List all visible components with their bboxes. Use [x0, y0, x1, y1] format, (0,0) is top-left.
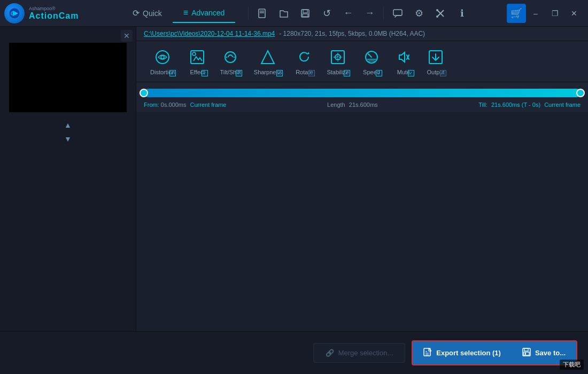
till-label: Till: [478, 102, 488, 108]
effect-item-effect[interactable]: Effect [181, 45, 213, 77]
effect-checkbox[interactable] [202, 70, 208, 76]
logo-area: Ashampoo® ActionCam [4, 3, 122, 24]
effect-item-sharpness[interactable]: Sharpness [247, 45, 289, 77]
tab-advanced-label: Advanced [191, 9, 225, 17]
timeline-handle-right[interactable] [576, 89, 585, 97]
close-button[interactable]: ✕ [564, 4, 584, 23]
save-toolbar-button[interactable] [296, 4, 315, 23]
file-path[interactable]: C:\Users\pc\Videos\2020-12-04 11-14-36.m… [144, 30, 275, 37]
effect-icon [188, 48, 207, 67]
effect-item-tiltshift[interactable]: Tilt/Shift [213, 45, 247, 77]
panel-nav-down[interactable]: ▼ [61, 133, 74, 145]
open-button[interactable] [274, 4, 293, 23]
timeline-handle-left[interactable] [140, 89, 148, 97]
minimize-button[interactable]: – [526, 4, 545, 23]
comment-button[interactable] [388, 4, 407, 23]
panel-nav-up[interactable]: ▲ [61, 119, 74, 131]
mute-icon [394, 48, 413, 67]
tab-advanced[interactable]: ≡ Advanced [173, 4, 236, 23]
export-button[interactable]: Export selection (1) [413, 341, 512, 364]
rotate-icon [295, 48, 314, 67]
svg-rect-8 [303, 14, 308, 17]
export-icon [423, 348, 432, 358]
svg-rect-3 [259, 9, 265, 18]
distortion-checkbox[interactable] [169, 70, 176, 76]
export-label: Export selection (1) [436, 349, 501, 357]
output-checkbox[interactable] [440, 70, 446, 76]
svg-marker-17 [261, 51, 274, 64]
svg-rect-5 [260, 12, 264, 13]
toolbar-icons: ↺ ← → ⚙ ℹ [246, 4, 471, 23]
mute-checkbox[interactable] [408, 70, 414, 76]
sep2 [383, 7, 384, 20]
timeline-track[interactable] [144, 89, 581, 97]
svg-point-11 [436, 15, 438, 18]
len-label: Length [327, 102, 345, 108]
info-button[interactable]: ℹ [452, 4, 471, 23]
till-action[interactable]: Current frame [544, 102, 581, 108]
timeline-area: From: 0s.000ms Current frame Length 21s.… [136, 82, 588, 112]
effect-item-mute[interactable]: Mute [388, 45, 420, 77]
effect-item-distortion[interactable]: Distortion [144, 45, 181, 77]
effect-item-speed[interactable]: Speed [355, 45, 388, 77]
svg-point-15 [192, 52, 196, 56]
sharpness-checkbox[interactable] [276, 70, 283, 76]
window-controls: 🛒 – ❐ ✕ [507, 4, 584, 23]
quick-icon: ⟳ [133, 8, 140, 18]
svg-point-13 [161, 56, 164, 59]
file-info-bar: C:\Users\pc\Videos\2020-12-04 11-14-36.m… [136, 27, 588, 41]
watermark: 下载吧 [560, 360, 584, 370]
stabilize-checkbox[interactable] [344, 70, 350, 76]
timeline-length: Length 21s.600ms [327, 102, 378, 108]
save-label: Save to... [535, 349, 566, 357]
svg-point-10 [436, 9, 438, 11]
brand-name: Ashampoo® [29, 6, 79, 11]
merge-button[interactable]: 🔗 Merge selection... [313, 343, 406, 363]
timeline-till: Till: 21s.600ms (T - 0s) Current frame [478, 102, 581, 108]
advanced-icon: ≡ [183, 8, 188, 18]
effect-item-rotate[interactable]: Rotate [288, 45, 320, 77]
timeline-labels: From: 0s.000ms Current frame Length 21s.… [144, 102, 581, 108]
restore-button[interactable]: ❐ [545, 4, 564, 23]
svg-rect-7 [303, 10, 307, 13]
trim-button[interactable] [431, 4, 450, 23]
save-icon [522, 348, 531, 358]
nav-tabs: ⟳ Quick ≡ Advanced [122, 4, 235, 23]
undo-button[interactable]: ↺ [317, 4, 336, 23]
effect-item-stabilize[interactable]: Stabilize [320, 45, 355, 77]
settings-button[interactable]: ⚙ [409, 4, 429, 23]
left-panel: ✕ ▲ ▼ [0, 27, 136, 331]
len-time: 21s.600ms [349, 102, 378, 108]
distortion-icon [153, 48, 172, 67]
tab-quick[interactable]: ⟳ Quick [122, 4, 173, 22]
app-name: ActionCam [29, 11, 79, 21]
panel-nav: ▲ ▼ [0, 116, 136, 147]
titlebar: Ashampoo® ActionCam ⟳ Quick ≡ Advanced [0, 0, 588, 27]
redo-button[interactable]: → [360, 4, 379, 23]
new-button[interactable] [253, 4, 272, 23]
tiltshift-checkbox[interactable] [236, 70, 242, 76]
speed-checkbox[interactable] [376, 70, 382, 76]
speed-icon [362, 48, 381, 67]
output-icon [426, 48, 445, 67]
effect-item-output[interactable]: Output [420, 45, 452, 77]
sep1 [248, 7, 249, 20]
effects-row: DistortionEffectTilt/ShiftSharpnessRotat… [136, 41, 588, 82]
bottom-bar: 🔗 Merge selection... Export selection (1… [0, 331, 588, 374]
rotate-checkbox[interactable] [308, 70, 315, 76]
tab-quick-label: Quick [143, 9, 162, 18]
from-time: 0s.000ms [161, 102, 187, 108]
close-panel-button[interactable]: ✕ [121, 30, 133, 42]
app-name-area: Ashampoo® ActionCam [29, 6, 79, 21]
cart-button[interactable]: 🛒 [507, 4, 526, 23]
till-time: 21s.600ms (T - 0s) [491, 102, 540, 108]
timeline-from: From: 0s.000ms Current frame [144, 102, 226, 108]
undo2-button[interactable]: ← [338, 4, 358, 23]
from-action[interactable]: Current frame [190, 102, 227, 108]
sharpness-icon [258, 48, 277, 67]
svg-rect-25 [524, 352, 529, 355]
svg-rect-4 [260, 11, 264, 12]
svg-rect-26 [525, 353, 526, 355]
svg-rect-9 [393, 10, 402, 15]
tiltshift-icon [221, 48, 240, 67]
